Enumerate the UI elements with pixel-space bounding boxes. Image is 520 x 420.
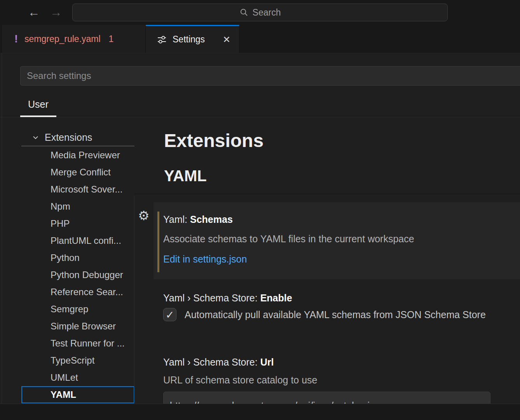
editor-tabbar: ! semgrep_rule.yaml 1 Settings ✕: [0, 25, 520, 53]
toc-root-label: Extensions: [45, 132, 92, 143]
titlebar: ← → Search: [0, 0, 520, 25]
toc-item[interactable]: Microsoft Sover...: [21, 181, 134, 198]
toc-item[interactable]: UMLet: [21, 369, 134, 386]
settings-toc: Extensions Media Previewer Merge Conflic…: [21, 130, 134, 403]
scope-tabs-divider: [0, 117, 520, 117]
toc-item[interactable]: PlantUML confi...: [21, 232, 134, 249]
window-bottom-band: [0, 404, 520, 420]
setting-description: Associate schemas to YAML files in the c…: [163, 233, 414, 245]
forward-arrow-icon[interactable]: →: [50, 5, 62, 19]
toc-item[interactable]: YAML: [21, 386, 134, 403]
modified-indicator-bar: [157, 212, 159, 272]
command-center-search-label: Search: [253, 7, 281, 18]
setting-row-schema-store-enable[interactable]: Yaml › Schema Store: Enable ✓ Automatica…: [154, 288, 520, 346]
toc-item[interactable]: Semgrep: [21, 301, 134, 318]
scope-tab-user[interactable]: User: [20, 93, 56, 117]
setting-title: Yaml › Schema Store: Url: [163, 357, 274, 368]
scope-tab-label: User: [28, 99, 49, 110]
toc-item[interactable]: Simple Browser: [21, 318, 134, 335]
tab-error-count-badge: 1: [109, 34, 114, 44]
toc-item[interactable]: TypeScript: [21, 352, 134, 369]
toc-item[interactable]: Python Debugger: [21, 266, 134, 284]
toc-item[interactable]: Reference Sear...: [21, 284, 134, 301]
setting-gear-icon[interactable]: ⚙: [138, 209, 150, 222]
toc-item[interactable]: Npm: [21, 198, 134, 215]
toc-items: Media Previewer Merge Conflict Microsoft…: [21, 147, 134, 403]
settings-search-input[interactable]: [20, 66, 520, 86]
checkmark-icon: ✓: [166, 309, 174, 321]
back-arrow-icon[interactable]: ←: [28, 5, 40, 19]
tab-settings-label: Settings: [173, 34, 205, 45]
tab-settings[interactable]: Settings ✕: [146, 25, 239, 53]
setting-title: Yaml: Schemas: [163, 214, 233, 225]
header-shadow-divider: [134, 194, 520, 194]
enable-checkbox[interactable]: ✓: [163, 308, 176, 321]
command-center-search[interactable]: Search: [72, 4, 448, 21]
toc-item[interactable]: PHP: [21, 215, 134, 232]
toc-item[interactable]: Media Previewer: [21, 147, 134, 164]
settings-category-heading: Extensions: [164, 131, 263, 150]
settings-section-heading: YAML: [164, 168, 207, 184]
tab-file-label: semgrep_rule.yaml: [24, 34, 101, 44]
settings-editor: User Extensions Media Previewer Merge Co…: [0, 53, 520, 404]
setting-title: Yaml › Schema Store: Enable: [163, 292, 292, 304]
yaml-file-icon: !: [14, 33, 18, 45]
left-sash[interactable]: [2, 53, 2, 404]
settings-sliders-icon: [157, 34, 167, 45]
toc-item[interactable]: Python: [21, 249, 134, 266]
edit-in-settings-json-link[interactable]: Edit in settings.json: [163, 254, 247, 265]
setting-description: URL of schema store catalog to use: [163, 374, 318, 386]
setting-row-yaml-schemas[interactable]: Yaml: Schemas Associate schemas to YAML …: [154, 202, 520, 279]
toc-item[interactable]: Merge Conflict: [21, 164, 134, 181]
toc-item[interactable]: Test Runner for ...: [21, 335, 134, 352]
search-icon: [239, 8, 249, 17]
toc-root-extensions[interactable]: Extensions: [21, 130, 134, 147]
chevron-down-icon: [31, 133, 40, 142]
close-tab-icon[interactable]: ✕: [223, 34, 230, 45]
checkbox-description: Automatically pull available YAML schema…: [185, 309, 486, 320]
toc-splitter-sash[interactable]: [134, 196, 134, 404]
tab-semgrep-rule-yaml[interactable]: ! semgrep_rule.yaml 1: [2, 25, 146, 53]
